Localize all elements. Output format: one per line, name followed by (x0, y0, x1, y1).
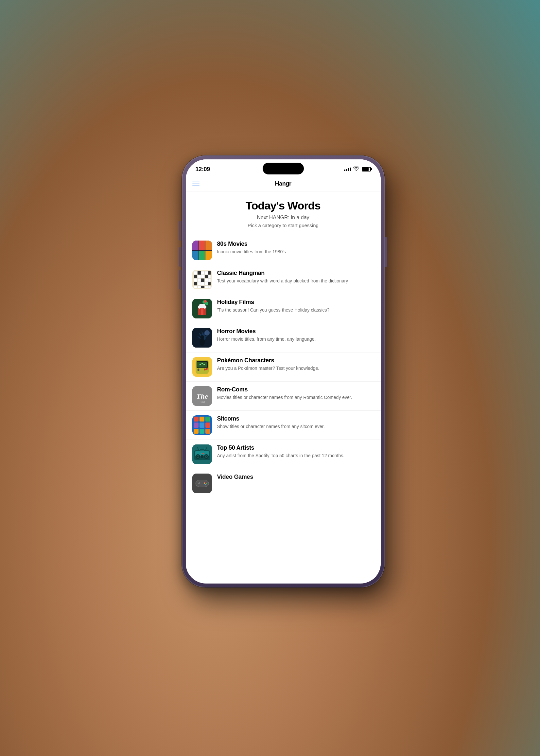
svg-rect-22 (198, 286, 201, 288)
category-text-video-games: Video Games (217, 473, 374, 482)
svg-rect-15 (208, 279, 210, 282)
phone-screen: 12:09 (186, 159, 381, 584)
svg-rect-21 (194, 286, 197, 288)
svg-point-53 (204, 372, 204, 372)
category-text-pokemon: Pokémon Characters Are you a Pokémon mas… (217, 357, 374, 372)
mini-poster-4 (192, 251, 199, 261)
svg-rect-1 (194, 271, 197, 275)
category-item-top-50-artists[interactable]: Top 50 Artists Any artist from the Spoti… (186, 440, 381, 469)
svg-rect-4 (205, 271, 208, 275)
category-name-rom-coms: Rom-Coms (217, 386, 374, 393)
svg-point-54 (205, 372, 205, 372)
svg-rect-50 (198, 368, 199, 371)
category-text-classic-hangman: Classic Hangman Test your vocabulary wit… (217, 270, 374, 284)
svg-rect-12 (198, 279, 201, 282)
sitcom-grid-5 (200, 423, 204, 428)
category-thumb-80s-movies (192, 241, 212, 260)
signal-bar-2 (346, 169, 347, 171)
svg-rect-79 (199, 482, 200, 484)
svg-rect-24 (205, 286, 208, 288)
category-name-pokemon: Pokémon Characters (217, 357, 374, 364)
category-thumb-sitcoms (192, 415, 212, 435)
signal-bar-3 (348, 168, 349, 171)
svg-rect-6 (194, 275, 197, 278)
category-item-classic-hangman[interactable]: Classic Hangman Test your vocabulary wit… (186, 265, 381, 294)
svg-rect-25 (208, 286, 210, 288)
svg-rect-7 (198, 275, 201, 278)
sitcom-grid-7 (194, 429, 199, 434)
svg-rect-19 (205, 282, 208, 285)
mini-poster-5 (199, 251, 205, 261)
svg-rect-71 (200, 448, 205, 450)
mini-poster-1 (192, 241, 199, 250)
pick-category-text: Pick a category to start guessing (192, 223, 374, 228)
category-thumb-rom-coms: The End (192, 386, 212, 406)
svg-rect-18 (201, 282, 204, 285)
app-content[interactable]: Today's Words Next HANGR: in a day Pick … (186, 191, 381, 581)
category-thumb-holiday-films (192, 299, 212, 318)
svg-rect-29 (203, 308, 206, 315)
category-thumb-classic-hangman (192, 270, 212, 289)
category-thumb-video-games (192, 473, 212, 493)
svg-rect-28 (198, 308, 201, 315)
category-thumb-pokemon (192, 357, 212, 377)
status-time: 12:09 (196, 166, 210, 173)
svg-point-37 (204, 300, 207, 303)
dynamic-island (263, 163, 304, 174)
category-name-horror-movies: Horror Movies (217, 328, 374, 335)
category-name-holiday-films: Holiday Films (217, 299, 374, 306)
category-item-80s-movies[interactable]: 80s Movies Iconic movie titles from the … (186, 236, 381, 265)
category-text-80s-movies: 80s Movies Iconic movie titles from the … (217, 241, 374, 255)
category-item-sitcoms[interactable]: Sitcoms Show titles or character names f… (186, 411, 381, 440)
category-text-holiday-films: Holiday Films 'Tis the season! Can you g… (217, 299, 374, 313)
category-name-classic-hangman: Classic Hangman (217, 270, 374, 277)
phone-shell: 12:09 (182, 155, 385, 587)
svg-point-34 (202, 304, 205, 307)
svg-point-51 (204, 368, 206, 370)
svg-rect-45 (197, 362, 207, 368)
mini-poster-6 (205, 251, 211, 261)
battery-icon (362, 167, 371, 171)
svg-rect-9 (205, 275, 208, 278)
svg-point-67 (206, 456, 207, 457)
signal-icon (344, 168, 351, 171)
category-item-horror-movies[interactable]: Horror Movies Horror movie titles, from … (186, 323, 381, 352)
mini-poster-3 (205, 241, 211, 250)
svg-rect-11 (194, 279, 197, 282)
svg-rect-14 (205, 279, 208, 282)
page-header: Today's Words Next HANGR: in a day Pick … (186, 191, 381, 233)
svg-rect-3 (201, 271, 204, 275)
mini-poster-2 (199, 241, 205, 250)
category-name-sitcoms: Sitcoms (217, 415, 374, 422)
hamburger-line-2 (192, 184, 200, 184)
category-text-top-50-artists: Top 50 Artists Any artist from the Spoti… (217, 445, 374, 459)
sitcom-grid-9 (205, 429, 210, 434)
category-thumb-horror-movies (192, 328, 212, 348)
category-name-top-50-artists: Top 50 Artists (217, 445, 374, 451)
app-header: Hangr (186, 176, 381, 191)
svg-text:The: The (196, 392, 208, 400)
svg-rect-10 (208, 275, 210, 278)
svg-point-46 (200, 364, 201, 365)
signal-bar-4 (350, 168, 351, 171)
category-item-holiday-films[interactable]: Holiday Films 'Tis the season! Can you g… (186, 294, 381, 323)
category-desc-sitcoms: Show titles or character names from any … (217, 424, 374, 430)
svg-point-83 (204, 483, 205, 484)
sitcom-grid-1 (194, 417, 199, 422)
next-hangr-text: Next HANGR: in a day (192, 215, 374, 221)
svg-point-73 (202, 453, 204, 454)
svg-rect-68 (201, 455, 203, 458)
category-item-pokemon[interactable]: Pokémon Characters Are you a Pokémon mas… (186, 352, 381, 382)
svg-point-82 (205, 484, 206, 485)
sitcom-grid-2 (200, 417, 204, 422)
svg-text:End: End (199, 400, 204, 404)
svg-rect-16 (194, 282, 197, 285)
hamburger-line-3 (192, 186, 200, 186)
category-thumb-top-50-artists (192, 445, 212, 464)
hamburger-menu-button[interactable] (192, 182, 200, 186)
category-item-rom-coms[interactable]: The End Rom-Coms Movies titles or charac… (186, 382, 381, 411)
category-desc-classic-hangman: Test your vocabulary with word a day plu… (217, 278, 374, 284)
category-text-horror-movies: Horror Movies Horror movie titles, from … (217, 328, 374, 343)
signal-bar-1 (344, 169, 345, 171)
category-item-video-games[interactable]: Video Games (186, 469, 381, 498)
